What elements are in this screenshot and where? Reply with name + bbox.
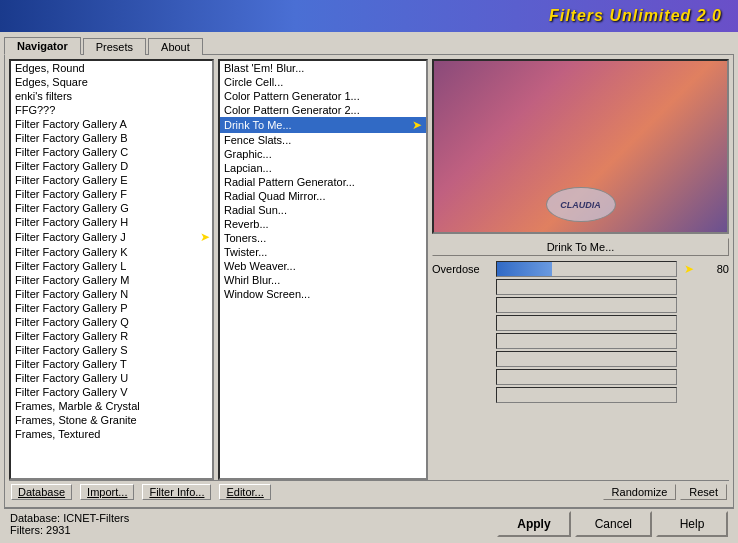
list-item[interactable]: Filter Factory Gallery N xyxy=(11,287,212,301)
filter-item[interactable]: Drink To Me...➤ xyxy=(220,117,426,133)
slider-row-7 xyxy=(432,386,729,404)
slider-row-1 xyxy=(432,278,729,296)
editor-button[interactable]: Editor... xyxy=(219,484,270,500)
slider-value-0: 80 xyxy=(697,263,729,275)
list-item[interactable]: Frames, Stone & Granite xyxy=(11,413,212,427)
list-item[interactable]: Filter Factory Gallery T xyxy=(11,357,212,371)
slider-track-1[interactable] xyxy=(496,279,677,295)
slider-track-2[interactable] xyxy=(496,297,677,313)
filter-item[interactable]: Toners... xyxy=(220,231,426,245)
import-button[interactable]: Import... xyxy=(80,484,134,500)
tab-about[interactable]: About xyxy=(148,38,203,55)
slider-fill-0 xyxy=(497,262,552,276)
main-content: Navigator Presets About Edges, RoundEdge… xyxy=(0,32,738,543)
filter-item[interactable]: Circle Cell... xyxy=(220,75,426,89)
list-item[interactable]: Filter Factory Gallery Q xyxy=(11,315,212,329)
slider-row-0: Overdose➤80 xyxy=(432,260,729,278)
filter-item[interactable]: Blast 'Em! Blur... xyxy=(220,61,426,75)
list-item[interactable]: FFG??? xyxy=(11,103,212,117)
filter-item[interactable]: Color Pattern Generator 1... xyxy=(220,89,426,103)
filter-item[interactable]: Lapcian... xyxy=(220,161,426,175)
slider-row-6 xyxy=(432,368,729,386)
list-item[interactable]: Filter Factory Gallery H xyxy=(11,215,212,229)
randomize-button[interactable]: Randomize xyxy=(603,484,677,500)
filter-item[interactable]: Whirl Blur... xyxy=(220,273,426,287)
filter-item[interactable]: Reverb... xyxy=(220,217,426,231)
tabs-bar: Navigator Presets About xyxy=(4,36,734,54)
arrow-icon: ➤ xyxy=(412,118,422,132)
list-item[interactable]: Filter Factory Gallery V xyxy=(11,385,212,399)
filter-item[interactable]: Radial Sun... xyxy=(220,203,426,217)
filter-listbox[interactable]: Blast 'Em! Blur...Circle Cell...Color Pa… xyxy=(218,59,428,480)
preview-label: Drink To Me... xyxy=(432,238,729,256)
list-item[interactable]: Edges, Square xyxy=(11,75,212,89)
list-item[interactable]: Filter Factory Gallery L xyxy=(11,259,212,273)
slider-row-4 xyxy=(432,332,729,350)
claudia-badge: CLAUDIA xyxy=(546,187,616,222)
apply-button[interactable]: Apply xyxy=(497,511,570,537)
action-buttons: Apply Cancel Help xyxy=(497,511,728,537)
filter-item[interactable]: Color Pattern Generator 2... xyxy=(220,103,426,117)
arrow-icon: ➤ xyxy=(200,230,210,244)
slider-track-6[interactable] xyxy=(496,369,677,385)
slider-row-3 xyxy=(432,314,729,332)
list-item[interactable]: enki's filters xyxy=(11,89,212,103)
preview-box: CLAUDIA xyxy=(432,59,729,234)
filter-item[interactable]: Web Weaver... xyxy=(220,259,426,273)
list-item[interactable]: Filter Factory Gallery P xyxy=(11,301,212,315)
list-item[interactable]: Frames, Marble & Crystal xyxy=(11,399,212,413)
list-item[interactable]: Filter Factory Gallery C xyxy=(11,145,212,159)
database-button[interactable]: Database xyxy=(11,484,72,500)
panels-row: Edges, RoundEdges, Squareenki's filtersF… xyxy=(9,59,729,480)
list-item[interactable]: Filter Factory Gallery G xyxy=(11,201,212,215)
list-item[interactable]: Filter Factory Gallery B xyxy=(11,131,212,145)
slider-track-0[interactable]: ➤ xyxy=(496,261,677,277)
list-item[interactable]: Filter Factory Gallery J➤ xyxy=(11,229,212,245)
sliders-area: Overdose➤80 xyxy=(432,260,729,480)
slider-track-7[interactable] xyxy=(496,387,677,403)
title-bar: Filters Unlimited 2.0 xyxy=(0,0,738,32)
list-item[interactable]: Filter Factory Gallery U xyxy=(11,371,212,385)
category-listbox[interactable]: Edges, RoundEdges, Squareenki's filtersF… xyxy=(9,59,214,480)
title-text: Filters Unlimited 2.0 xyxy=(549,7,722,25)
arrow-icon: ➤ xyxy=(684,262,694,276)
slider-track-5[interactable] xyxy=(496,351,677,367)
list-item[interactable]: Edges, Round xyxy=(11,61,212,75)
help-button[interactable]: Help xyxy=(656,511,728,537)
slider-label-0: Overdose xyxy=(432,263,492,275)
list-item[interactable]: Frames, Textured xyxy=(11,427,212,441)
bottom-toolbar: Database Import... Filter Info... Editor… xyxy=(9,480,729,503)
middle-panel: Blast 'Em! Blur...Circle Cell...Color Pa… xyxy=(218,59,428,480)
tab-presets[interactable]: Presets xyxy=(83,38,146,55)
status-bar: Database: ICNET-Filters Filters: 2931 Ap… xyxy=(4,508,734,539)
slider-track-4[interactable] xyxy=(496,333,677,349)
list-item[interactable]: Filter Factory Gallery S xyxy=(11,343,212,357)
list-item[interactable]: Filter Factory Gallery E xyxy=(11,173,212,187)
content-area: Edges, RoundEdges, Squareenki's filtersF… xyxy=(4,54,734,508)
right-panel: CLAUDIA Drink To Me... Overdose➤80 xyxy=(432,59,729,480)
slider-track-3[interactable] xyxy=(496,315,677,331)
list-item[interactable]: Filter Factory Gallery R xyxy=(11,329,212,343)
filter-item[interactable]: Radial Quad Mirror... xyxy=(220,189,426,203)
list-item[interactable]: Filter Factory Gallery M xyxy=(11,273,212,287)
list-item[interactable]: Filter Factory Gallery D xyxy=(11,159,212,173)
reset-button[interactable]: Reset xyxy=(680,484,727,500)
filter-item[interactable]: Fence Slats... xyxy=(220,133,426,147)
list-item[interactable]: Filter Factory Gallery K xyxy=(11,245,212,259)
list-item[interactable]: Filter Factory Gallery F xyxy=(11,187,212,201)
left-panel: Edges, RoundEdges, Squareenki's filtersF… xyxy=(9,59,214,480)
filter-item[interactable]: Radial Pattern Generator... xyxy=(220,175,426,189)
list-item[interactable]: Filter Factory Gallery A xyxy=(11,117,212,131)
filter-item[interactable]: Twister... xyxy=(220,245,426,259)
slider-row-5 xyxy=(432,350,729,368)
filter-item[interactable]: Graphic... xyxy=(220,147,426,161)
tab-navigator[interactable]: Navigator xyxy=(4,37,81,55)
filter-info-button[interactable]: Filter Info... xyxy=(142,484,211,500)
cancel-button[interactable]: Cancel xyxy=(575,511,652,537)
database-status: Database: ICNET-Filters Filters: 2931 xyxy=(10,512,129,536)
filter-item[interactable]: Window Screen... xyxy=(220,287,426,301)
slider-row-2 xyxy=(432,296,729,314)
